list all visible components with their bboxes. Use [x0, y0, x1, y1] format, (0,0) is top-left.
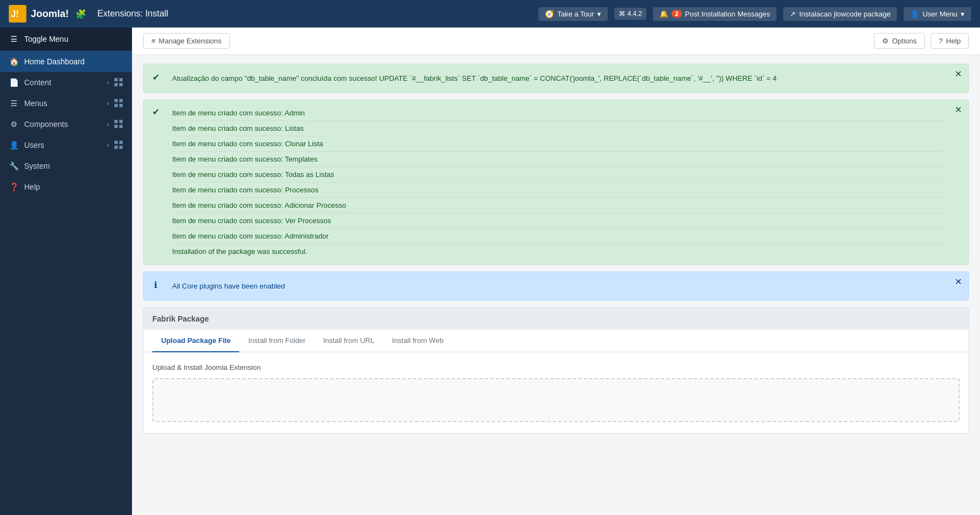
help-button[interactable]: ? Help — [931, 33, 969, 49]
take-a-tour-button[interactable]: 🧭 Take a Tour ▾ — [538, 7, 608, 21]
sidebar-item-content[interactable]: 📄 Content › — [0, 72, 132, 93]
logo-text: Joomla! — [31, 8, 69, 20]
joomla-logo-icon: J! — [9, 5, 26, 23]
menus-icon: ☰ — [9, 98, 19, 108]
alert-group-message: Item de menu criado com sucesso: Listas — [172, 121, 944, 136]
tab-install-web[interactable]: Install from Web — [383, 330, 453, 352]
tab-upload-package[interactable]: Upload Package File — [152, 330, 239, 352]
system-icon: 🔧 — [9, 161, 19, 171]
sidebar-item-label: Components — [24, 120, 102, 129]
alert-group-message: Item de menu criado com sucesso: Clonar … — [172, 136, 944, 152]
sidebar-item-home-dashboard[interactable]: 🏠 Home Dashboard — [0, 51, 132, 72]
sidebar-item-label: Users — [24, 141, 102, 149]
alert-group-message: Item de menu criado com sucesso: Templat… — [172, 152, 944, 167]
sidebar-item-label: Help — [24, 182, 123, 191]
page-title: Extensions: Install — [97, 9, 168, 19]
grid-icon — [114, 99, 123, 108]
alert-success-group: ✔ Item de menu criado com sucesso: Admin… — [143, 99, 969, 265]
install-tabs: Upload Package File Install from Folder … — [144, 330, 968, 352]
hamburger-icon: ☰ — [9, 34, 19, 44]
sidebar-item-label: System — [24, 162, 123, 170]
info-icon: ℹ — [144, 272, 168, 298]
notifications-count-badge: 2 — [671, 10, 681, 18]
alert-group-message: Item de menu criado com sucesso: Adicion… — [172, 198, 944, 213]
user-menu-button[interactable]: 👤 User Menu ▾ — [904, 7, 971, 21]
check-circle-icon: ✔ — [144, 64, 168, 90]
sidebar-item-components[interactable]: ⚙ Components › — [0, 114, 132, 135]
version-badge: ⌘ 4.4.2 — [614, 8, 646, 20]
tab-install-folder[interactable]: Install from Folder — [239, 330, 314, 352]
alert-group-message: Item de menu criado com sucesso: Ver Pro… — [172, 213, 944, 229]
alert-success-text: Atualização do campo "db_table_name" con… — [172, 70, 944, 87]
alert-close-button[interactable]: ✕ — [948, 272, 968, 292]
manage-extensions-button[interactable]: ≡ Manage Extensions — [143, 33, 230, 49]
content-icon: 📄 — [9, 77, 19, 87]
alert-group-message: Item de menu criado com sucesso: Todas a… — [172, 167, 944, 182]
grid-icon — [114, 78, 123, 87]
sidebar-item-label: Content — [24, 78, 102, 87]
toggle-menu-button[interactable]: ☰ Toggle Menu — [0, 27, 132, 51]
upload-box-title: Upload & Install Joomla Extension — [152, 363, 960, 372]
external-link-icon: ↗ — [790, 10, 796, 18]
sidebar-item-label: Menus — [24, 99, 102, 108]
content-area: ✔ Atualização do campo "db_table_name" c… — [132, 55, 980, 515]
sidebar: ☰ Toggle Menu 🏠 Home Dashboard 📄 Content… — [0, 27, 132, 515]
alert-group-message: Item de menu criado com sucesso: Admin — [172, 106, 944, 121]
toggle-menu-label: Toggle Menu — [24, 35, 68, 43]
alert-group-message: Item de menu criado com sucesso: Process… — [172, 182, 944, 198]
chevron-down-icon: ▾ — [597, 10, 601, 18]
help-icon: ❓ — [9, 182, 19, 192]
compass-icon: 🧭 — [545, 10, 554, 18]
list-icon: ≡ — [151, 37, 156, 45]
svg-text:J!: J! — [11, 9, 19, 19]
alert-group-body: Item de menu criado com sucesso: AdminIt… — [168, 100, 948, 264]
joomla-logo: J! Joomla! — [9, 5, 69, 23]
puzzle-icon: 🧩 — [75, 9, 86, 19]
components-icon: ⚙ — [9, 119, 19, 129]
sidebar-item-label: Home Dashboard — [24, 57, 123, 66]
alert-group-message: Item de menu criado com sucesso: Adminis… — [172, 229, 944, 244]
alert-close-button[interactable]: ✕ — [948, 64, 968, 84]
home-icon: 🏠 — [9, 57, 19, 67]
toolbar: ≡ Manage Extensions ⚙ Options ? Help — [132, 27, 980, 55]
fabrik-section-title: Fabrik Package — [144, 308, 968, 330]
grid-icon — [114, 120, 123, 129]
gear-icon: ⚙ — [882, 37, 889, 45]
alert-info: ℹ All Core plugins have been enabled ✕ — [143, 272, 969, 301]
users-icon: 👤 — [9, 140, 19, 150]
chevron-right-icon: › — [107, 121, 109, 128]
options-button[interactable]: ⚙ Options — [874, 33, 925, 49]
alert-close-button[interactable]: ✕ — [948, 100, 968, 120]
upload-drop-zone[interactable] — [152, 378, 960, 422]
check-circle-icon: ✔ — [144, 100, 168, 125]
chevron-right-icon: › — [107, 101, 109, 107]
alert-info-text: All Core plugins have been enabled — [172, 278, 944, 295]
chevron-right-icon: › — [107, 142, 109, 148]
chevron-right-icon: › — [107, 80, 109, 86]
instalacao-button[interactable]: ↗ Instalacao jlowcode package — [783, 7, 897, 21]
grid-icon — [114, 141, 123, 149]
sidebar-item-users[interactable]: 👤 Users › — [0, 135, 132, 156]
post-installation-messages-button[interactable]: 🔔 2 Post Installation Messages — [653, 7, 777, 21]
alert-group-message: Installation of the package was successf… — [172, 244, 944, 259]
topbar: J! Joomla! 🧩 Extensions: Install 🧭 Take … — [0, 0, 980, 27]
tab-install-url[interactable]: Install from URL — [314, 330, 383, 352]
sidebar-item-system[interactable]: 🔧 System — [0, 156, 132, 176]
upload-area: Upload & Install Joomla Extension — [144, 352, 968, 433]
sidebar-item-menus[interactable]: ☰ Menus › — [0, 93, 132, 114]
sidebar-item-help[interactable]: ❓ Help — [0, 176, 132, 197]
user-icon: 👤 — [910, 10, 919, 18]
chevron-down-icon: ▾ — [961, 10, 965, 18]
bell-icon: 🔔 — [659, 10, 668, 18]
question-icon: ? — [939, 37, 943, 45]
fabrik-package-section: Fabrik Package Upload Package File Insta… — [143, 307, 969, 434]
main-content: ≡ Manage Extensions ⚙ Options ? Help ✔ A… — [132, 27, 980, 515]
alert-success-single: ✔ Atualização do campo "db_table_name" c… — [143, 64, 969, 93]
